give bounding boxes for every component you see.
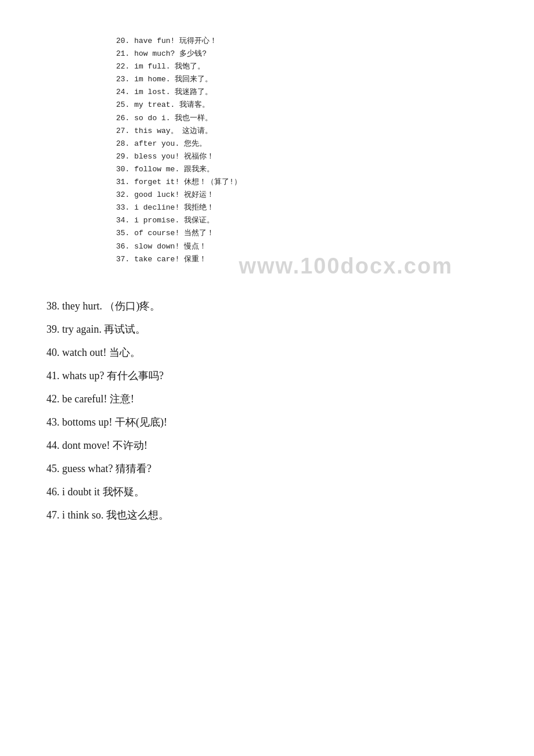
top-list-item: 28. after you. 您先。 [116,138,488,150]
top-list: 20. have fun! 玩得开心！21. how much? 多少钱?22.… [116,35,488,266]
top-list-item: 26. so do i. 我也一样。 [116,112,488,125]
top-list-item: 31. forget it! 休想！（算了!） [116,176,488,189]
bottom-list-item: 45. guess what? 猜猜看? [46,463,488,474]
top-list-item: 25. my treat. 我请客。 [116,99,488,111]
bottom-list-item: 42. be careful! 注意! [46,394,488,404]
top-list-item: 27. this way。 这边请。 [116,125,488,138]
bottom-list-item: 46. i doubt it 我怀疑。 [46,487,488,497]
bottom-list-item: 38. they hurt. （伤口)疼。 [46,301,488,311]
bottom-list-item: 47. i think so. 我也这么想。 [46,510,488,520]
top-list-item: 33. i decline! 我拒绝！ [116,201,488,214]
top-list-item: 20. have fun! 玩得开心！ [116,35,488,48]
top-list-item: 34. i promise. 我保证。 [116,214,488,227]
bottom-list-item: 39. try again. 再试试。 [46,324,488,334]
top-list-item: 22. im full. 我饱了。 [116,60,488,73]
top-list-item: 30. follow me. 跟我来。 [116,163,488,176]
top-list-item: 24. im lost. 我迷路了。 [116,86,488,99]
bottom-list-item: 40. watch out! 当心。 [46,347,488,358]
bottom-list: 38. they hurt. （伤口)疼。39. try again. 再试试。… [46,301,488,520]
watermark: www.100docx.com [239,247,453,285]
top-list-item: 35. of course! 当然了！ [116,227,488,240]
top-list-item: 21. how much? 多少钱? [116,48,488,60]
top-list-item: 23. im home. 我回来了。 [116,73,488,86]
top-list-item: 32. good luck! 祝好运！ [116,189,488,201]
top-list-item: 37. take care! 保重！www.100docx.com [116,253,488,266]
bottom-list-item: 41. whats up? 有什么事吗? [46,370,488,381]
top-list-item: 29. bless you! 祝福你！ [116,150,488,163]
bottom-list-item: 43. bottoms up! 干杯(见底)! [46,417,488,427]
top-list-item: 36. slow down! 慢点！ [116,240,488,253]
bottom-list-item: 44. dont move! 不许动! [46,440,488,451]
